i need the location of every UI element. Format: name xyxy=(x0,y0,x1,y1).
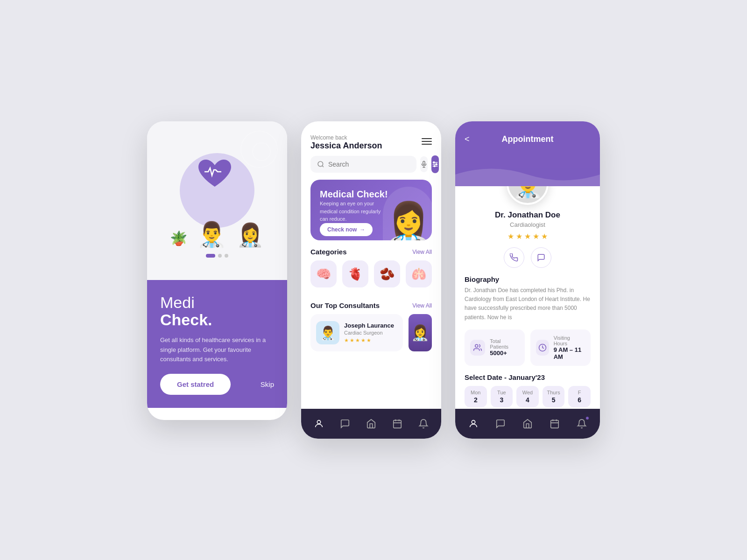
time-icon xyxy=(538,343,547,352)
user-name: Jessica Anderson xyxy=(310,141,382,151)
bell-icon xyxy=(418,419,429,429)
date-row: Mon 2 Tue 3 Wed 4 Thurs 5 xyxy=(465,386,591,407)
category-lungs[interactable]: 🫁 xyxy=(406,260,432,287)
pagination-dots xyxy=(206,254,228,258)
nurse-figure: 👩‍⚕️ xyxy=(236,224,264,246)
mic-icon xyxy=(420,161,428,168)
heart-pulse-icon xyxy=(196,158,233,190)
calendar-icon-appt xyxy=(550,419,560,429)
dot-1-active xyxy=(206,254,215,258)
skip-button[interactable]: Skip xyxy=(261,380,274,388)
doctor-profile-card: 👨‍⚕️ Dr. Jonathan Doe Cardiaologist ★ ★ … xyxy=(465,186,591,268)
date-tuesday[interactable]: Tue 3 xyxy=(491,386,513,407)
appointment-header-row: < Appointment xyxy=(465,134,591,144)
appointment-header: < Appointment xyxy=(455,121,600,186)
greeting-block: Welcome back Jessica Anderson xyxy=(310,134,382,151)
back-button[interactable]: < xyxy=(465,134,470,144)
dot-3 xyxy=(225,254,228,258)
home-icon xyxy=(366,419,376,429)
search-box[interactable] xyxy=(310,156,416,173)
nav-profile[interactable] xyxy=(310,414,328,433)
hamburger-line-2 xyxy=(422,141,432,142)
biography-title: Biography xyxy=(465,275,591,283)
header-wave xyxy=(455,163,600,186)
doctor-stats-row: Total Patients 5000+ Visiting Hours 9 xyxy=(465,329,591,366)
clock-icon xyxy=(536,340,549,356)
consultants-view-all[interactable]: View All xyxy=(412,302,432,309)
users-icon xyxy=(473,343,482,352)
home-header: Welcome back Jessica Anderson xyxy=(301,121,441,155)
doctor-avatar-figure: 👨‍⚕️ xyxy=(512,186,543,199)
doctor-avatar: 👨‍⚕️ xyxy=(507,186,549,205)
categories-view-all[interactable]: View All xyxy=(412,249,432,255)
nav-calendar[interactable] xyxy=(388,414,407,433)
hamburger-line-1 xyxy=(422,138,432,139)
calendar-icon xyxy=(392,419,402,429)
get-started-button[interactable]: Get statred xyxy=(160,374,231,395)
onboarding-subtitle: Get all kinds of healthcare services in … xyxy=(160,336,274,364)
nav-chat-appt[interactable] xyxy=(491,414,510,433)
plant-decoration: 🪴 xyxy=(170,230,187,246)
search-input[interactable] xyxy=(328,161,410,168)
message-button[interactable] xyxy=(531,247,551,268)
category-heart[interactable]: 🫀 xyxy=(342,260,368,287)
date-thursday[interactable]: Thurs 5 xyxy=(543,386,565,407)
doctor-figure: 👨‍⚕️ xyxy=(197,222,227,246)
screens-container: 🪴 👨‍⚕️ 👩‍⚕️ Medi Check. xyxy=(147,121,600,439)
visiting-hours-label: Visiting Hours xyxy=(554,335,585,346)
nav-home-appt[interactable] xyxy=(518,414,537,433)
menu-button[interactable] xyxy=(422,138,432,145)
search-row xyxy=(301,155,441,180)
svg-point-0 xyxy=(318,161,323,167)
chat-icon xyxy=(340,419,350,429)
filter-icon xyxy=(431,161,439,168)
date-friday[interactable]: F 6 xyxy=(568,386,591,407)
home-icon-appt xyxy=(522,419,533,429)
consultant-info-joseph: Joseph Laurance Cardiac Surgeon ★ ★ ★ ★ … xyxy=(344,322,394,343)
svg-point-9 xyxy=(436,164,437,165)
filter-button[interactable] xyxy=(431,155,439,173)
total-patients-stat: Total Patients 5000+ xyxy=(465,329,525,366)
consultant-stars-joseph: ★ ★ ★ ★ ★ xyxy=(344,337,394,343)
svg-point-16 xyxy=(475,344,478,347)
call-button[interactable] xyxy=(504,247,524,268)
doctor-specialty: Cardiaologist xyxy=(510,221,545,228)
svg-rect-2 xyxy=(423,161,425,164)
check-now-button[interactable]: Check now → xyxy=(320,223,373,236)
svg-point-10 xyxy=(434,166,435,167)
consultant-card-secondary[interactable]: 👩‍⚕️ xyxy=(409,314,432,351)
consultant-card-joseph[interactable]: 👨‍⚕️ Joseph Laurance Cardiac Surgeon ★ ★… xyxy=(310,314,403,351)
total-patients-label: Total Patients xyxy=(490,338,519,350)
title-bold: Check. xyxy=(160,311,212,329)
home-bottom-nav xyxy=(301,409,441,439)
nav-home[interactable] xyxy=(362,414,381,433)
visiting-hours-value: 9 AM – 11 AM xyxy=(554,346,585,360)
appointment-bottom-nav xyxy=(455,409,600,439)
profile-icon xyxy=(314,419,324,429)
category-brain[interactable]: 🧠 xyxy=(310,260,337,287)
nav-chat[interactable] xyxy=(336,414,354,433)
nav-bell[interactable] xyxy=(414,414,433,433)
visiting-hours-stat: Visiting Hours 9 AM – 11 AM xyxy=(530,329,591,366)
biography-text: Dr. Jonathan Doe has completed his Phd. … xyxy=(465,286,591,322)
date-wednesday[interactable]: Wed 4 xyxy=(516,386,539,407)
doctor-name: Dr. Jonathan Doe xyxy=(495,210,560,220)
category-kidney[interactable]: 🫘 xyxy=(374,260,400,287)
svg-line-1 xyxy=(322,166,324,167)
welcome-text: Welcome back xyxy=(310,134,382,141)
consultants-section-header: Our Top Consultants View All xyxy=(301,294,441,314)
consultant-avatar-joseph: 👨‍⚕️ xyxy=(316,321,339,344)
svg-point-18 xyxy=(472,420,475,424)
svg-rect-12 xyxy=(394,420,402,428)
consultant-specialty-joseph: Cardiac Surgeon xyxy=(344,330,394,336)
date-monday[interactable]: Mon 2 xyxy=(465,386,487,407)
nav-bell-appt[interactable] xyxy=(572,414,591,433)
svg-rect-19 xyxy=(551,420,559,428)
microphone-button[interactable] xyxy=(420,156,428,172)
onboarding-title: Medi Check. xyxy=(160,294,274,329)
appointment-screen: < Appointment 👨‍⚕️ Dr. Jonathan Doe Card… xyxy=(455,121,600,439)
doctor-contact-actions xyxy=(504,247,551,268)
nav-profile-appt[interactable] xyxy=(464,414,483,433)
nav-calendar-appt[interactable] xyxy=(545,414,564,433)
banner-doctor-figure: 👩‍⚕️ xyxy=(384,203,432,240)
